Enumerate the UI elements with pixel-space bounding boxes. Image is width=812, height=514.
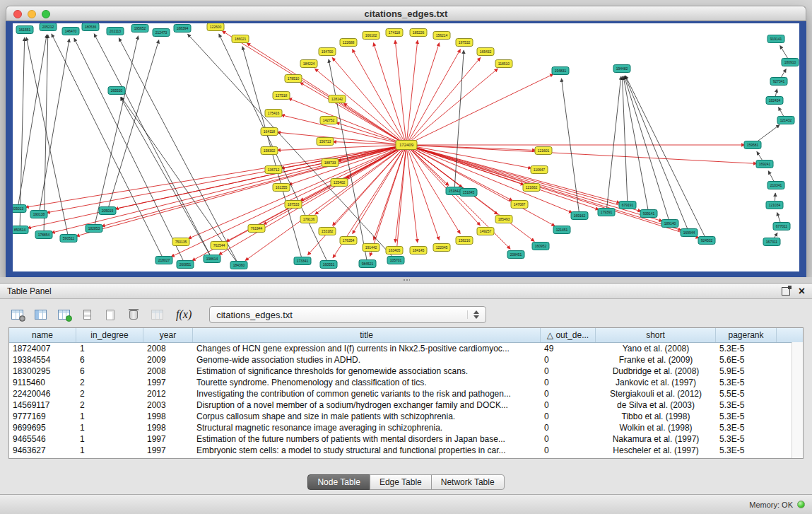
table-row[interactable]: 946362711997Embryonic stem cells: a mode… [9,445,803,456]
graph-node[interactable]: 188394 [174,25,191,33]
graph-node[interactable]: 198614 [204,255,220,263]
graph-node[interactable]: 178854 [35,231,52,239]
table-cell[interactable]: 6 [76,354,143,366]
graph-node[interactable]: 174118 [386,29,403,37]
zoom-window-icon[interactable] [42,10,50,18]
graph-node[interactable]: 163405 [386,247,403,255]
graph-node[interactable]: 121662 [523,184,540,192]
graph-node[interactable]: 147087 [511,201,528,209]
table-cell[interactable]: Yano et al. (2008) [596,343,716,354]
graph-node[interactable]: 187533 [285,201,302,209]
table-cell[interactable]: 22420046 [9,388,76,399]
table-cell[interactable]: 1 [76,445,143,456]
table-row[interactable]: 1938455462009Genome-wide association stu… [9,354,803,366]
table-cell[interactable]: Wolkin et al. (1998) [596,422,716,433]
table-row[interactable]: 911546021997Tourette syndrome. Phenomeno… [9,377,803,388]
graph-edge[interactable] [52,34,164,260]
table-cell[interactable]: 1997 [143,377,193,388]
graph-node[interactable]: 151845 [460,189,477,197]
graph-node[interactable]: 105701 [387,257,404,264]
column-header-out_de[interactable]: △ out_de... [541,328,596,342]
tab-network-table[interactable]: Network Table [431,474,505,490]
graph-node[interactable]: 590511 [60,235,77,243]
table-cell[interactable]: Tourette syndrome. Phenomenology and cla… [193,377,541,388]
graph-node[interactable]: 169162 [571,212,588,220]
graph-edge[interactable] [18,35,47,209]
graph-node[interactable]: 122688 [340,39,357,47]
table-cell[interactable]: Estimation of significance thresholds fo… [193,366,541,377]
graph-edge[interactable] [353,145,406,234]
graph-node[interactable]: 169241 [756,160,773,168]
graph-node[interactable]: 186021 [232,35,249,43]
table-cell[interactable]: 0 [541,388,596,399]
table-cell[interactable]: 49 [541,343,596,354]
graph-edge[interactable] [406,42,440,145]
graph-node[interactable]: 127518 [273,92,290,100]
graph-edge[interactable] [406,145,599,209]
graph-node[interactable]: 210341 [767,182,784,189]
table-cell[interactable]: 0 [541,411,596,422]
graph-node[interactable]: 208451 [507,251,524,259]
float-panel-icon[interactable] [782,287,790,296]
graph-edge[interactable] [119,38,239,265]
table-cell[interactable]: 6 [76,366,143,377]
graph-node[interactable]: 180536 [82,23,99,31]
table-row[interactable]: 2242004622012Investigating the contribut… [9,388,803,399]
table-cell[interactable]: 5.3E-5 [716,411,777,422]
table-cell[interactable]: 9465546 [9,433,76,445]
graph-edge[interactable] [300,83,406,145]
tab-edge-table[interactable]: Edge Table [370,474,432,490]
graph-node[interactable]: 160551 [320,261,337,269]
table-cell[interactable]: Tibbo et al. (1998) [596,411,716,422]
graph-edge[interactable] [406,145,572,213]
table-cell[interactable]: Nakamura et al. (1997) [596,433,716,445]
row-settings-icon[interactable] [78,307,95,322]
column-header-name[interactable]: name [9,328,76,342]
graph-edge[interactable] [39,39,69,214]
table-cell[interactable]: 9115460 [9,377,76,388]
graph-node[interactable]: 156214 [433,32,450,40]
table-cell[interactable]: 9777169 [9,411,76,422]
table-cell[interactable]: Genome-wide association studies in ADHD. [193,354,541,366]
table-cell[interactable]: 0 [541,422,596,433]
graph-node[interactable]: 184224 [300,60,317,68]
table-cell[interactable]: 2 [76,377,143,388]
graph-node[interactable]: 927341 [770,78,787,86]
table-cell[interactable]: 5.9E-5 [716,366,777,377]
table-cell[interactable]: Estimation of the future numbers of pati… [193,433,541,445]
table-cell[interactable]: Embryonic stem cells: a model to study s… [193,445,541,456]
close-panel-icon[interactable]: × [799,286,805,296]
table-cell[interactable]: 2009 [143,354,193,366]
graph-edge[interactable] [454,50,464,191]
table-cell[interactable]: 2008 [143,366,193,377]
graph-node[interactable]: 205212 [40,23,57,31]
table-cell[interactable]: 1 [76,343,143,354]
graph-node[interactable]: 185226 [410,29,427,37]
graph-node[interactable]: 125402 [331,179,348,187]
graph-edge[interactable] [44,35,48,235]
table-cell[interactable]: Dudbridge et al. (2008) [596,366,716,377]
create-table-icon[interactable] [102,307,119,322]
function-builder-button[interactable]: f(x) [175,308,193,321]
graph-node[interactable]: 118510 [495,60,512,68]
minimize-window-icon[interactable] [28,10,36,18]
table-cell[interactable]: Hescheler et al. (1997) [596,445,716,456]
graph-edge[interactable] [406,69,498,145]
table-cell[interactable]: 14569117 [9,399,76,411]
table-cell[interactable]: 1 [76,422,143,433]
graph-edge[interactable] [406,145,620,203]
table-row[interactable]: 977716911998Corpus callosum shape and si… [9,411,803,422]
graph-edge[interactable] [314,69,406,145]
graph-node[interactable]: 156713 [317,138,334,146]
graph-node[interactable]: 149257 [477,228,494,235]
table-selector-dropdown[interactable]: citations_edges.txt [209,306,486,323]
table-cell[interactable]: 2 [76,388,143,399]
graph-node[interactable]: 191442 [363,244,379,252]
graph-node[interactable]: 161551 [16,26,33,34]
graph-node[interactable]: 121601 [535,147,552,155]
column-header-title[interactable]: title [193,328,541,342]
table-cell[interactable]: 2012 [143,388,193,399]
graph-node[interactable]: 212473 [153,29,170,37]
graph-node[interactable]: 179136 [300,216,317,223]
graph-node[interactable]: 142752 [320,117,337,124]
